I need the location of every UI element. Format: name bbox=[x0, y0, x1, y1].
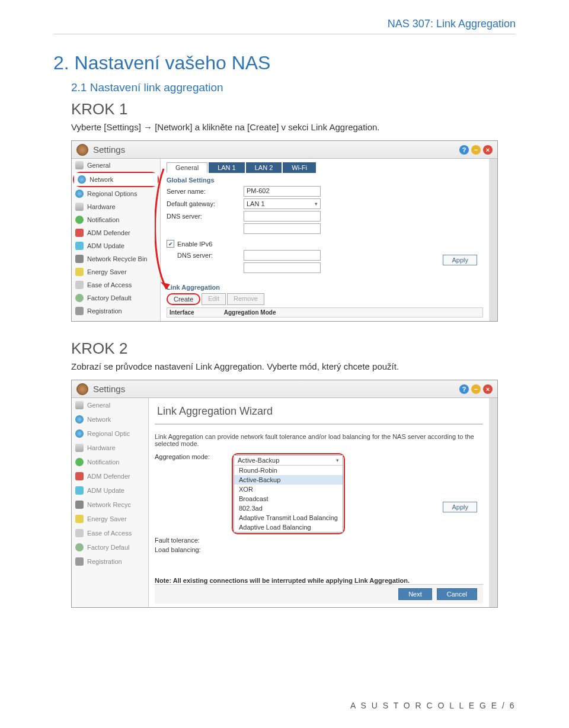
dropdown-option[interactable]: 802.3ad bbox=[234, 503, 343, 513]
sidebar-label: ADM Defender bbox=[87, 229, 130, 236]
edit-button[interactable]: Edit bbox=[202, 293, 226, 305]
sidebar-item: Network bbox=[72, 412, 148, 426]
window-title: Settings bbox=[93, 145, 125, 155]
fault-tolerance-label: Fault tolerance: bbox=[155, 537, 232, 544]
sidebar-item-update[interactable]: ADM Update bbox=[72, 239, 160, 252]
dns6-input-2[interactable] bbox=[244, 262, 321, 273]
sidebar-item: Energy Saver bbox=[72, 512, 148, 526]
cancel-button[interactable]: Cancel bbox=[437, 588, 477, 600]
apply-button[interactable]: Apply bbox=[443, 502, 477, 512]
gateway-value: LAN 1 bbox=[247, 200, 265, 207]
sidebar-item-hardware[interactable]: Hardware bbox=[72, 200, 160, 213]
globe-icon bbox=[75, 429, 84, 438]
sidebar-label: Notification bbox=[87, 216, 119, 223]
sidebar-item-access[interactable]: Ease of Access bbox=[72, 278, 160, 291]
apply-button[interactable]: Apply bbox=[443, 255, 477, 265]
sidebar-label: General bbox=[87, 402, 110, 409]
dns-input-1[interactable] bbox=[244, 211, 321, 222]
wizard-description: Link Aggregation can provide network fau… bbox=[155, 433, 483, 447]
settings-main: General LAN 1 LAN 2 Wi-Fi Global Setting… bbox=[161, 159, 497, 321]
sidebar-item-registration[interactable]: Registration bbox=[72, 304, 160, 318]
ipv6-checkbox[interactable]: ✔ bbox=[167, 240, 174, 248]
tab-lan2[interactable]: LAN 2 bbox=[246, 162, 282, 173]
settings-gear-icon bbox=[76, 383, 88, 395]
factory-icon bbox=[75, 543, 84, 551]
settings-gear-icon bbox=[76, 144, 88, 156]
sidebar-item-factory[interactable]: Factory Default bbox=[72, 291, 160, 304]
sidebar-item: Notification bbox=[72, 455, 148, 469]
sidebar-label: Ease of Access bbox=[87, 281, 132, 288]
help-icon[interactable]: ? bbox=[459, 145, 469, 155]
chevron-down-icon: ▾ bbox=[336, 457, 339, 463]
next-button[interactable]: Next bbox=[398, 588, 432, 600]
screenshot-2: Settings ? − × General Network Regional … bbox=[71, 380, 498, 608]
dropdown-option[interactable]: Adaptive Load Balancing bbox=[234, 522, 343, 532]
server-name-label: Server name: bbox=[167, 188, 244, 195]
sidebar-item-energy[interactable]: Energy Saver bbox=[72, 265, 160, 278]
dropdown-value: Active-Backup bbox=[238, 457, 279, 464]
ipv6-label: Enable IPv6 bbox=[177, 240, 212, 248]
create-button[interactable]: Create bbox=[167, 293, 200, 305]
heading-2: 2.1 Nastavení link aggregation bbox=[71, 81, 516, 94]
dropdown-option[interactable]: Round-Robin bbox=[234, 466, 343, 475]
dns6-input-1[interactable] bbox=[244, 250, 321, 261]
sidebar-label: Hardware bbox=[87, 203, 116, 210]
close-icon[interactable]: × bbox=[483, 145, 493, 155]
notification-icon bbox=[75, 216, 84, 224]
link-agg-table-header: Interface Aggregation Mode bbox=[167, 307, 483, 318]
sidebar-item: Network Recyc bbox=[72, 498, 148, 512]
sidebar-item-notification[interactable]: Notification bbox=[72, 213, 160, 226]
agg-mode-dropdown[interactable]: Active-Backup ▾ Round-Robin Active-Backu… bbox=[234, 455, 343, 533]
general-icon bbox=[75, 161, 84, 169]
dropdown-option[interactable]: XOR bbox=[234, 485, 343, 494]
load-balancing-label: Load balancing: bbox=[155, 546, 232, 553]
network-icon bbox=[75, 415, 84, 424]
heading-1: 2. Nastavení vašeho NAS bbox=[53, 52, 516, 74]
dropdown-option[interactable]: Active-Backup bbox=[234, 475, 343, 485]
update-icon bbox=[75, 242, 84, 250]
dropdown-option[interactable]: Adaptive Transmit Load Balancing bbox=[234, 513, 343, 522]
energy-icon bbox=[75, 268, 84, 276]
sidebar-item-network[interactable]: Network bbox=[74, 173, 158, 186]
step2-title: KROK 2 bbox=[71, 339, 516, 358]
sidebar-item-general[interactable]: General bbox=[72, 159, 160, 172]
server-name-input[interactable]: PM-602 bbox=[244, 186, 321, 197]
sidebar-label: Notification bbox=[87, 458, 119, 466]
general-icon bbox=[75, 401, 84, 409]
dropdown-option[interactable]: Broadcast bbox=[234, 494, 343, 503]
registration-icon bbox=[75, 557, 84, 566]
remove-button[interactable]: Remove bbox=[227, 293, 264, 305]
sidebar-item-recyclebin[interactable]: Network Recycle Bin bbox=[72, 252, 160, 265]
dropdown-list: Round-Robin Active-Backup XOR Broadcast … bbox=[234, 465, 343, 532]
sidebar-label: Regional Options bbox=[87, 190, 137, 197]
gateway-label: Default gateway: bbox=[167, 200, 244, 207]
sidebar-item: Factory Defaul bbox=[72, 540, 148, 554]
sidebar-item-defender[interactable]: ADM Defender bbox=[72, 226, 160, 239]
help-icon[interactable]: ? bbox=[459, 384, 469, 394]
shield-icon bbox=[75, 229, 84, 237]
minimize-icon[interactable]: − bbox=[471, 384, 481, 394]
dns-input-2[interactable] bbox=[244, 223, 321, 234]
sidebar-item: General bbox=[72, 398, 148, 412]
sidebar-label: Ease of Access bbox=[87, 530, 132, 537]
sidebar-item: Registration bbox=[72, 554, 148, 569]
factory-icon bbox=[75, 294, 84, 302]
doc-header: NAS 307: Link Aggregation bbox=[53, 18, 516, 34]
settings-sidebar-dimmed: General Network Regional Optic Hardware … bbox=[72, 398, 149, 607]
dropdown-current[interactable]: Active-Backup ▾ bbox=[234, 456, 343, 465]
sidebar-label: ADM Defender bbox=[87, 473, 130, 480]
sidebar-item-regional[interactable]: Regional Options bbox=[72, 187, 160, 200]
shield-icon bbox=[75, 472, 84, 480]
energy-icon bbox=[75, 515, 84, 523]
close-icon[interactable]: × bbox=[483, 384, 493, 394]
mode-col: Aggregation Mode bbox=[224, 309, 276, 316]
tab-wifi[interactable]: Wi-Fi bbox=[283, 162, 316, 173]
tab-lan1[interactable]: LAN 1 bbox=[209, 162, 245, 173]
tab-general[interactable]: General bbox=[167, 162, 207, 173]
recycle-icon bbox=[75, 255, 84, 263]
sidebar-label: Network bbox=[87, 416, 111, 423]
gateway-select[interactable]: LAN 1▾ bbox=[244, 198, 321, 209]
global-settings-heading: Global Settings bbox=[167, 177, 483, 184]
minimize-icon[interactable]: − bbox=[471, 145, 481, 155]
sidebar-label: Registration bbox=[87, 558, 122, 565]
